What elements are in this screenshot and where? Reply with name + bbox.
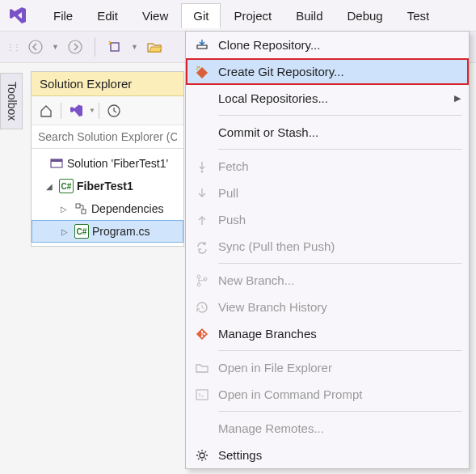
tree-label: FiberTest1 (77, 180, 133, 193)
sync-icon (186, 233, 218, 260)
menu-debug[interactable]: Debug (336, 4, 394, 28)
tree-label: Dependencies (91, 202, 164, 215)
svg-point-19 (200, 453, 204, 458)
tree-label: Solution 'FiberTest1' (67, 157, 168, 170)
new-branch-icon (186, 267, 218, 294)
menu-item-label: Clone Repository... (218, 38, 461, 52)
toolbox-tab[interactable]: Toolbox (0, 73, 23, 129)
svg-point-16 (201, 335, 203, 336)
menu-open-file-explorer: Open in File Explorer (186, 354, 469, 381)
dependencies-icon (74, 201, 88, 216)
pull-icon (186, 180, 218, 206)
menu-pull: Pull (186, 180, 469, 206)
file-node[interactable]: ▷ C# Program.cs (32, 220, 183, 243)
menu-view[interactable]: View (131, 4, 179, 28)
nav-forward-button[interactable] (64, 36, 86, 58)
menu-settings[interactable]: Settings (186, 442, 469, 468)
open-folder-button[interactable] (143, 36, 166, 58)
menu-separator (218, 411, 462, 412)
menubar: File Edit View Git Project Build Debug T… (0, 0, 476, 31)
folder-icon (186, 354, 218, 381)
git-menu-dropdown: Clone Repository... Create Git Repositor… (185, 31, 470, 469)
blank-icon (186, 85, 218, 112)
toolbar-divider (95, 37, 95, 57)
menu-item-label: Create Git Repository... (218, 65, 461, 78)
svg-point-1 (69, 40, 82, 53)
submenu-arrow-icon: ▶ (454, 93, 461, 104)
gear-icon (186, 442, 218, 468)
home-button[interactable] (35, 99, 57, 122)
search-input[interactable] (32, 125, 183, 149)
menu-item-label: Fetch (218, 159, 461, 173)
menu-item-label: Open in File Explorer (218, 361, 461, 375)
menu-open-command-prompt: Open in Command Prompt (186, 381, 469, 408)
menu-edit[interactable]: Edit (86, 4, 129, 28)
tree-label: Program.cs (92, 225, 150, 238)
menu-push: Push (186, 206, 469, 233)
menu-new-branch: New Branch... (186, 267, 469, 294)
menu-clone-repository[interactable]: Clone Repository... (186, 32, 469, 58)
menu-commit-stash[interactable]: Commit or Stash... (186, 119, 469, 146)
nav-back-button[interactable] (24, 36, 47, 58)
menu-separator (218, 263, 462, 264)
project-node[interactable]: ◢ C# FiberTest1 (32, 175, 183, 197)
menu-git[interactable]: Git (181, 3, 221, 28)
svg-rect-7 (82, 209, 86, 214)
fetch-icon (186, 153, 218, 180)
menu-item-label: New Branch... (218, 273, 461, 287)
menu-item-label: Manage Remotes... (218, 421, 461, 435)
clone-icon (186, 32, 218, 58)
menu-manage-remotes: Manage Remotes... (186, 415, 469, 442)
git-icon (186, 320, 218, 347)
dropdown-icon[interactable]: ▼ (52, 43, 59, 51)
dependencies-node[interactable]: ▷ Dependencies (32, 197, 183, 220)
solution-tree: ▶ Solution 'FiberTest1' ◢ C# FiberTest1 … (32, 149, 183, 246)
svg-point-0 (29, 40, 42, 53)
menu-item-label: Commit or Stash... (218, 125, 461, 139)
menu-build[interactable]: Build (284, 4, 334, 28)
solution-icon (49, 156, 64, 171)
csharp-file-icon: C# (74, 224, 89, 239)
menu-fetch: Fetch (186, 153, 469, 180)
menu-project[interactable]: Project (222, 4, 283, 28)
new-item-button[interactable] (103, 36, 126, 58)
svg-point-11 (197, 275, 200, 278)
solution-node[interactable]: ▶ Solution 'FiberTest1' (32, 152, 183, 175)
menu-item-label: Push (218, 213, 461, 226)
menu-item-label: Sync (Pull then Push) (218, 239, 461, 253)
vs-logo-icon (6, 4, 29, 27)
menu-view-branch-history: View Branch History (186, 294, 469, 320)
pending-changes-button[interactable] (103, 99, 125, 122)
toolbar-divider (99, 103, 99, 119)
create-repo-icon (186, 58, 218, 85)
svg-rect-5 (51, 159, 62, 162)
menu-test[interactable]: Test (396, 4, 441, 28)
menu-create-git-repository[interactable]: Create Git Repository... (186, 58, 469, 85)
menu-separator (218, 115, 462, 116)
menu-item-label: Local Repositories... (218, 91, 454, 105)
dropdown-icon[interactable]: ▼ (89, 107, 95, 114)
svg-rect-2 (111, 43, 119, 51)
solution-explorer-panel: Solution Explorer ▼ ▶ Solution 'FiberTes… (31, 71, 184, 247)
svg-rect-6 (76, 204, 80, 208)
csharp-project-icon: C# (59, 179, 74, 193)
terminal-icon (186, 381, 218, 408)
menu-file[interactable]: File (42, 4, 84, 28)
dropdown-icon[interactable]: ▼ (131, 43, 138, 51)
grip-icon: ⋮⋮ (6, 43, 19, 52)
menu-sync: Sync (Pull then Push) (186, 233, 469, 260)
svg-rect-8 (197, 45, 207, 49)
push-icon (186, 206, 218, 233)
menu-item-label: Settings (218, 448, 461, 462)
menu-local-repositories[interactable]: Local Repositories... ▶ (186, 85, 469, 112)
svg-point-12 (197, 283, 200, 286)
svg-rect-18 (196, 390, 208, 400)
svg-point-15 (201, 330, 203, 332)
menu-item-label: Manage Branches (218, 327, 461, 341)
svg-rect-9 (196, 66, 208, 78)
switch-views-button[interactable] (65, 99, 87, 122)
menu-manage-branches[interactable]: Manage Branches (186, 320, 469, 347)
blank-icon (186, 119, 218, 146)
menu-item-label: View Branch History (218, 300, 461, 314)
panel-toolbar: ▼ (32, 96, 183, 125)
